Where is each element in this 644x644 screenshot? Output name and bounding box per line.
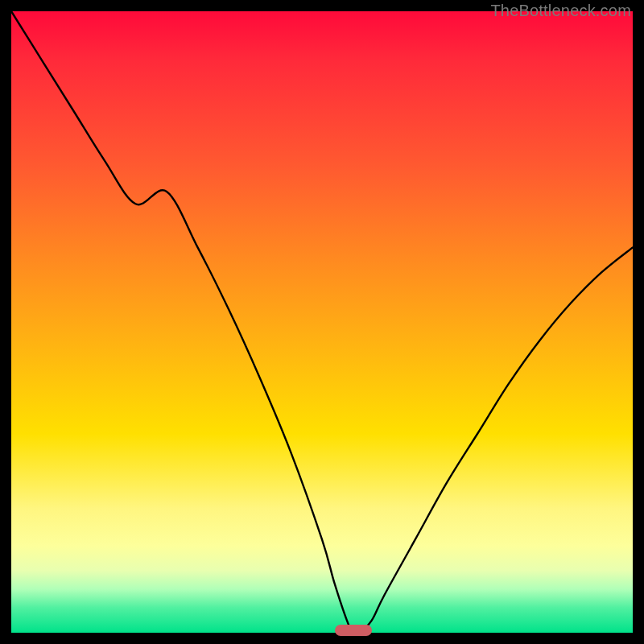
watermark-text: TheBottleneck.com <box>490 2 631 20</box>
chart-frame: TheBottleneck.com <box>0 0 644 644</box>
bottleneck-curve <box>11 11 633 633</box>
plot-area <box>11 11 633 633</box>
optimal-marker <box>335 625 372 636</box>
